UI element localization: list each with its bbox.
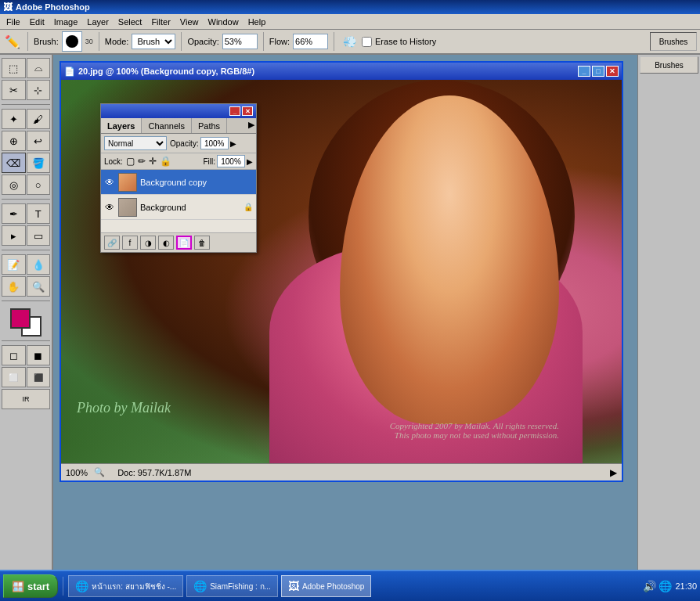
- title-bar: 🖼 Adobe Photoshop: [0, 0, 700, 14]
- layers-minimize-button[interactable]: _: [229, 106, 240, 116]
- layer-mask-button[interactable]: ◑: [140, 236, 156, 250]
- maximize-button[interactable]: □: [592, 66, 604, 77]
- stamp-tool[interactable]: ⊕: [2, 131, 26, 151]
- hand-tool[interactable]: ✋: [2, 276, 26, 297]
- lock-icon-2[interactable]: ✏: [138, 156, 146, 167]
- tray-icon-1[interactable]: 🔊: [643, 580, 656, 592]
- lock-icon-4[interactable]: 🔒: [160, 156, 171, 167]
- color-squares: [10, 308, 41, 336]
- fill-arrow[interactable]: ▶: [247, 157, 253, 166]
- layer-thumb-1: [118, 173, 137, 192]
- slice-tool[interactable]: ⊹: [27, 80, 51, 100]
- lasso-tool[interactable]: ⌓: [27, 58, 51, 78]
- layers-footer: 🔗 f ◑ ◐ 📄 🗑: [101, 232, 256, 252]
- foreground-color-swatch[interactable]: [10, 308, 31, 329]
- opacity-input[interactable]: [222, 34, 258, 49]
- scroll-arrow[interactable]: ▶: [610, 467, 617, 478]
- layer-new-button[interactable]: 📄: [176, 236, 192, 250]
- dodge-tool[interactable]: ○: [27, 175, 51, 195]
- marquee-tool[interactable]: ⬚: [2, 58, 26, 78]
- zoom-tool[interactable]: 🔍: [27, 276, 51, 297]
- menu-help[interactable]: Help: [244, 16, 271, 27]
- layer-item-background[interactable]: 👁 Background 🔒: [101, 195, 256, 220]
- blur-tool[interactable]: ◎: [2, 175, 26, 195]
- standard-mode[interactable]: ◻: [2, 345, 26, 365]
- tool-row-2: ✂ ⊹: [2, 80, 50, 100]
- layers-titlebar-controls: _ ✕: [229, 106, 253, 116]
- minimize-button[interactable]: _: [578, 66, 590, 77]
- mode-select[interactable]: Brush Pencil: [132, 34, 175, 49]
- layers-close-button[interactable]: ✕: [242, 106, 253, 116]
- brush-preview[interactable]: [62, 31, 82, 52]
- layers-list: 👁 Background copy 👁 Background 🔒: [101, 170, 256, 232]
- lock-icon-1[interactable]: ▢: [126, 156, 135, 167]
- toolbar-divider-3: [181, 32, 182, 51]
- taskbar-item-1[interactable]: 🌐 หน้าแรก: สยามฟิชชิ่ง -...: [68, 575, 183, 597]
- layer-link-button[interactable]: 🔗: [104, 236, 120, 250]
- zoom-icon[interactable]: 🔍: [94, 467, 105, 477]
- crop-tool[interactable]: ✂: [2, 80, 26, 100]
- tool-row-1: ⬚ ⌓: [2, 58, 50, 78]
- history-brush-tool[interactable]: ↩: [27, 131, 51, 151]
- shape-tool[interactable]: ▭: [27, 225, 51, 246]
- brush-tool[interactable]: 🖌: [27, 109, 51, 129]
- menu-image[interactable]: Image: [49, 16, 83, 27]
- taskbar-item-3[interactable]: 🖼 Adobe Photoshop: [281, 575, 372, 597]
- fill-input[interactable]: [217, 155, 245, 167]
- layer-eye-2[interactable]: 👁: [104, 202, 115, 213]
- taskbar-icon-1: 🌐: [75, 580, 88, 592]
- layer-mode-select[interactable]: Normal Multiply Screen: [104, 136, 167, 150]
- tool-row-7: ✒ T: [2, 203, 50, 224]
- erase-to-history-checkbox[interactable]: [362, 37, 372, 47]
- eraser-tool[interactable]: ⌫: [2, 153, 26, 173]
- lock-icon-3[interactable]: ✛: [149, 156, 157, 167]
- menu-file[interactable]: File: [2, 16, 25, 27]
- airbrush-icon[interactable]: 💨: [340, 32, 359, 51]
- flow-input[interactable]: [293, 34, 328, 49]
- layer-adjustment-button[interactable]: ◐: [158, 236, 174, 250]
- layer-opacity-input[interactable]: [200, 137, 229, 149]
- toolbar-divider-5: [334, 32, 334, 51]
- screen-mode-1[interactable]: ⬜: [2, 367, 26, 387]
- tab-paths[interactable]: Paths: [192, 118, 227, 133]
- sys-tray-icons: 🔊 🌐: [643, 580, 672, 592]
- jump-to-imageready[interactable]: IR: [2, 389, 50, 409]
- tool-separator-5: [2, 340, 50, 341]
- opacity-label: Opacity:: [187, 37, 218, 46]
- fill-tool[interactable]: 🪣: [27, 153, 51, 173]
- menu-view[interactable]: View: [175, 16, 204, 27]
- taskbar-item-2[interactable]: 🌐 SiamFishing : ก...: [186, 575, 278, 597]
- layer-eye-1[interactable]: 👁: [104, 177, 115, 188]
- path-select-tool[interactable]: ▸: [2, 225, 26, 246]
- photo-display: Photo by Mailak Copyrighted 2007 by Mail…: [61, 80, 622, 463]
- menu-select[interactable]: Select: [114, 16, 147, 27]
- brushes-toggle-icon[interactable]: Brushes: [650, 32, 697, 51]
- start-label: start: [27, 581, 49, 592]
- tab-channels[interactable]: Channels: [142, 118, 191, 133]
- layer-delete-button[interactable]: 🗑: [194, 236, 210, 250]
- opacity-arrow[interactable]: ▶: [230, 139, 236, 148]
- tray-icon-2[interactable]: 🌐: [659, 580, 672, 592]
- brushes-panel-button[interactable]: Brushes: [640, 56, 698, 74]
- eraser-tool-icon[interactable]: ✏️: [3, 32, 22, 51]
- taskbar-right: 🔊 🌐 21:30: [643, 580, 697, 592]
- layers-menu-icon[interactable]: ▶: [247, 118, 256, 133]
- close-button[interactable]: ✕: [606, 66, 619, 77]
- layer-item-background-copy[interactable]: 👁 Background copy: [101, 170, 256, 195]
- eyedropper-tool[interactable]: 💧: [27, 254, 51, 275]
- menu-layer[interactable]: Layer: [82, 16, 114, 27]
- quick-mask-mode[interactable]: ◼: [27, 345, 51, 365]
- text-tool[interactable]: T: [27, 203, 51, 224]
- start-button[interactable]: 🪟 start: [3, 574, 58, 598]
- menu-filter[interactable]: Filter: [146, 16, 175, 27]
- menu-edit[interactable]: Edit: [25, 16, 49, 27]
- layer-fx-button[interactable]: f: [122, 236, 138, 250]
- screen-mode-2[interactable]: ⬛: [27, 367, 51, 387]
- notes-tool[interactable]: 📝: [2, 254, 26, 275]
- healing-brush-tool[interactable]: ✦: [2, 109, 26, 129]
- menu-window[interactable]: Window: [204, 16, 244, 27]
- pen-tool[interactable]: ✒: [2, 203, 26, 224]
- tab-layers[interactable]: Layers: [101, 118, 142, 133]
- tool-separator-3: [2, 250, 50, 250]
- zoom-level: 100%: [66, 468, 88, 477]
